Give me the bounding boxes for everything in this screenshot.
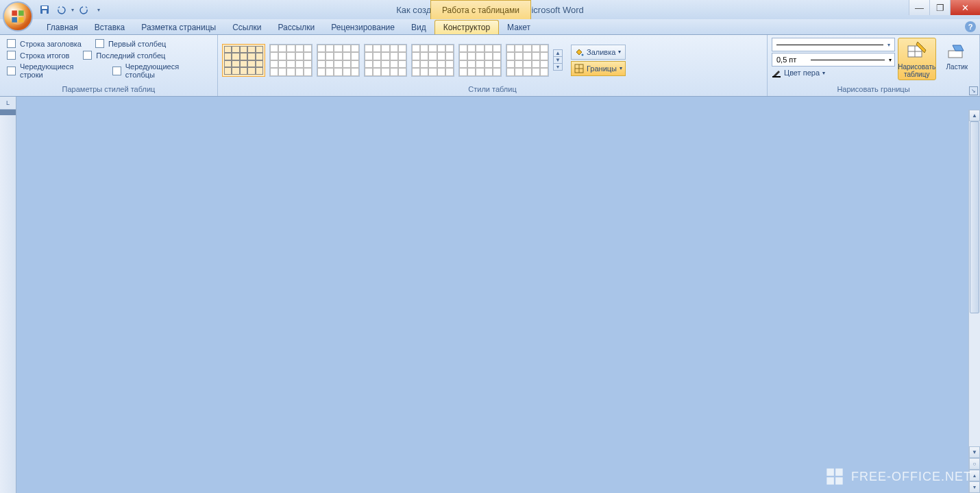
checkbox-banded-columns[interactable]: Чередующиеся столбцы [112, 62, 210, 79]
svg-rect-3 [12, 17, 17, 23]
draw-table-label: Нарисовать таблицу [898, 63, 935, 78]
table-tools-contextual-tab: Работа с таблицами [430, 0, 531, 19]
tab-view[interactable]: Вид [403, 21, 434, 34]
svg-rect-16 [948, 51, 962, 58]
eraser-button[interactable]: Ластик [939, 38, 975, 73]
checkbox-icon [83, 51, 92, 60]
quick-access-toolbar: ▾ ▾ [38, 3, 100, 16]
pen-color-dropdown[interactable]: Цвет пера ▾ [772, 68, 895, 77]
prev-page-button[interactable]: ▴ [969, 470, 980, 481]
ribbon-tabs: Главная Вставка Разметка страницы Ссылки… [0, 19, 980, 35]
svg-rect-1 [12, 10, 17, 16]
table-styles-gallery: ▲ ▼ ▾ Заливка ▾ Границы ▾ [222, 38, 763, 82]
scrollbar-thumb[interactable] [970, 121, 979, 313]
group-draw-borders: ▾ 0,5 пт▾ Цвет пера ▾ Нарисовать таблицу… [768, 35, 980, 96]
ruler-corner[interactable]: L [0, 97, 16, 110]
chevron-down-icon: ▾ [889, 57, 892, 63]
help-button[interactable]: ? [965, 21, 976, 32]
scrollbar-track[interactable] [969, 121, 980, 446]
tab-review[interactable]: Рецензирование [323, 21, 403, 34]
eraser-label: Ластик [946, 63, 968, 71]
shading-label: Заливка [587, 48, 615, 56]
gallery-scroll: ▲ ▼ ▾ [553, 49, 563, 71]
checkbox-icon [112, 67, 121, 75]
borders-label: Границы [587, 64, 617, 73]
pen-color-label: Цвет пера [784, 69, 820, 77]
tab-page-layout[interactable]: Разметка страницы [133, 21, 224, 34]
next-page-button[interactable]: ▾ [969, 481, 980, 493]
office-logo-icon [9, 8, 27, 25]
svg-rect-12 [772, 76, 781, 77]
draw-table-icon [907, 40, 927, 61]
checkbox-label: Первый столбец [108, 40, 166, 48]
office-button[interactable] [3, 1, 33, 32]
table-style-thumb[interactable] [317, 44, 360, 77]
save-icon [40, 5, 49, 14]
group-table-styles: ▲ ▼ ▾ Заливка ▾ Границы ▾ [218, 35, 768, 96]
checkbox-last-column[interactable]: Последний столбец [83, 51, 165, 60]
weight-value: 0,5 пт [772, 56, 807, 64]
table-style-thumb[interactable] [506, 44, 549, 77]
svg-rect-4 [19, 17, 24, 23]
table-style-thumb[interactable] [269, 44, 313, 77]
gallery-scroll-up[interactable]: ▲ [554, 50, 562, 57]
tab-insert[interactable]: Вставка [86, 21, 134, 34]
gallery-expand[interactable]: ▾ [554, 64, 562, 70]
checkbox-header-row[interactable]: Строка заголовка [7, 39, 82, 48]
checkbox-icon [95, 39, 104, 48]
checkbox-label: Чередующиеся столбцы [125, 62, 210, 79]
checkbox-total-row[interactable]: Строка итогов [7, 51, 69, 60]
table-style-thumb[interactable] [364, 44, 407, 77]
undo-dropdown[interactable]: ▾ [71, 7, 74, 13]
pen-icon [772, 68, 781, 77]
ribbon: Строка заголовка Первый столбец Строка и… [0, 35, 980, 97]
vertical-scrollbar[interactable]: ▲ ▼ ○ ▴ ▾ [968, 110, 980, 493]
scroll-up-button[interactable]: ▲ [969, 110, 980, 121]
tab-references[interactable]: Ссылки [224, 21, 269, 34]
checkbox-first-column[interactable]: Первый столбец [95, 39, 166, 48]
tab-home[interactable]: Главная [38, 21, 86, 34]
shading-dropdown[interactable]: Заливка ▾ [571, 45, 626, 60]
checkbox-icon [7, 39, 16, 48]
vertical-ruler[interactable] [0, 110, 16, 493]
table-style-thumb[interactable] [458, 44, 502, 77]
restore-button[interactable]: ❐ [929, 0, 950, 15]
close-button[interactable]: ✕ [950, 0, 980, 15]
draw-table-button[interactable]: Нарисовать таблицу [898, 38, 936, 80]
table-style-thumb[interactable] [222, 44, 265, 77]
paint-bucket-icon [574, 47, 584, 57]
tab-design[interactable]: Конструктор [434, 20, 499, 34]
borders-icon [574, 64, 584, 73]
chevron-down-icon: ▾ [620, 65, 622, 71]
tab-layout[interactable]: Макет [499, 21, 539, 34]
checkbox-label: Чередующиеся строки [20, 62, 99, 79]
chevron-down-icon: ▾ [887, 42, 890, 48]
svg-rect-2 [19, 10, 24, 16]
gallery-scroll-down[interactable]: ▼ [554, 57, 562, 64]
svg-rect-7 [42, 10, 47, 14]
svg-rect-6 [42, 6, 47, 9]
checkbox-label: Строка итогов [20, 51, 69, 60]
undo-button[interactable] [55, 3, 67, 16]
group-label: Нарисовать границы↘ [768, 85, 979, 96]
eraser-icon [947, 41, 966, 60]
save-button[interactable] [38, 3, 51, 16]
checkbox-banded-rows[interactable]: Чередующиеся строки [7, 62, 99, 79]
group-label: Стили таблиц [218, 85, 767, 96]
line-weight-dropdown[interactable]: 0,5 пт▾ [772, 53, 895, 67]
line-style-dropdown[interactable]: ▾ [772, 38, 895, 51]
qat-customize-dropdown[interactable]: ▾ [97, 7, 100, 13]
minimize-button[interactable]: — [909, 0, 929, 15]
tab-mailings[interactable]: Рассылки [269, 21, 323, 34]
scroll-down-button[interactable]: ▼ [969, 446, 980, 458]
redo-button[interactable] [78, 3, 90, 16]
group-label-text: Нарисовать границы [837, 85, 909, 93]
browse-object-button[interactable]: ○ [969, 458, 980, 470]
dialog-launcher[interactable]: ↘ [969, 86, 978, 95]
borders-dropdown[interactable]: Границы ▾ [571, 61, 626, 76]
workspace: L 21123456789101112131415161718 [0, 97, 980, 493]
window-controls: — ❐ ✕ [909, 0, 980, 15]
chevron-down-icon: ▾ [822, 70, 825, 76]
group-table-style-options: Строка заголовка Первый столбец Строка и… [0, 35, 218, 96]
table-style-thumb[interactable] [411, 44, 454, 77]
